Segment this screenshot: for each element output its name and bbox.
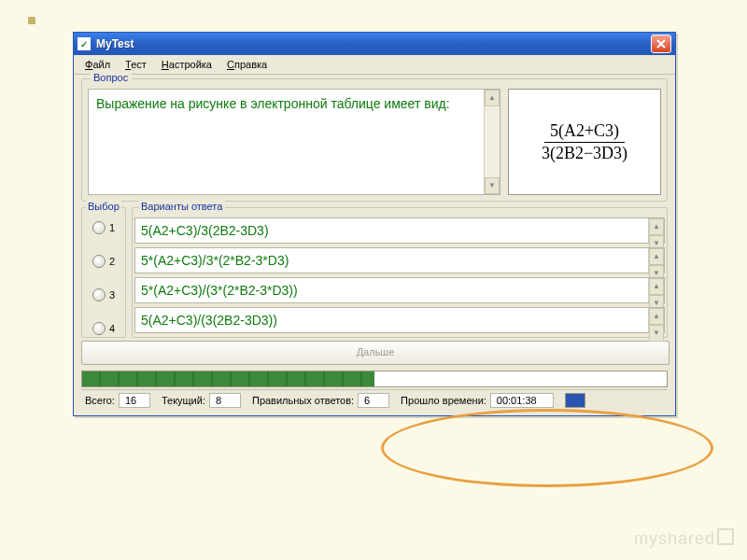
status-total-label: Всего:	[81, 393, 119, 408]
question-image: 5(A2+C3) 3(2B2−3D3)	[508, 89, 661, 195]
question-scrollbar[interactable]: ▲ ▼	[484, 90, 500, 194]
answer-option-4[interactable]: 5(A2+C3)/(3(2B2-3D3)) ▲▼	[134, 307, 665, 333]
answer-option-1[interactable]: 5(A2+C3)/3(2B2-3D3) ▲▼	[134, 217, 665, 244]
watermark: myshared	[634, 527, 734, 549]
answers-group: Варианты ответа 5(A2+C3)/3(2B2-3D3) ▲▼ 5…	[132, 207, 668, 338]
status-elapsed-label: Прошло времени:	[397, 393, 490, 408]
formula-numerator: 5(A2+C3)	[544, 121, 625, 143]
progress-fill	[82, 371, 374, 386]
menu-settings[interactable]: Настройка	[156, 57, 218, 72]
app-window: ✓ MyTest Файл Тест Настройка Справка Воп…	[73, 32, 676, 416]
status-endcap	[565, 393, 585, 408]
radio-row-4[interactable]: 4	[92, 322, 115, 335]
radio-label-1: 1	[109, 222, 115, 233]
radio-1[interactable]	[92, 221, 106, 234]
radio-2[interactable]	[92, 255, 106, 268]
status-bar: Всего: 16 Текущий: 8 Правильных ответов:…	[81, 389, 668, 408]
status-current-label: Текущий:	[158, 393, 209, 408]
answer-text-2: 5*(A2+C3)/3*(2*B2-3*D3)	[141, 253, 289, 268]
radio-row-3[interactable]: 3	[92, 288, 115, 301]
radio-label-3: 3	[109, 289, 115, 301]
question-text-area[interactable]: Выражение на рисунке в электронной табли…	[88, 89, 500, 195]
question-group: Вопрос Выражение на рисунке в электронно…	[81, 78, 668, 202]
close-icon	[656, 39, 666, 49]
next-button[interactable]: Дальше	[81, 341, 669, 365]
status-correct-value: 6	[358, 393, 389, 408]
answer-scrollbar-1[interactable]: ▲▼	[648, 218, 664, 243]
window-title: MyTest	[96, 37, 651, 50]
radio-row-2[interactable]: 2	[92, 255, 115, 268]
titlebar[interactable]: ✓ MyTest	[74, 33, 675, 55]
app-icon: ✓	[78, 37, 91, 50]
question-text: Выражение на рисунке в электронной табли…	[96, 96, 450, 111]
answer-text-4: 5(A2+C3)/(3(2B2-3D3))	[141, 313, 277, 328]
radio-3[interactable]	[92, 288, 106, 301]
answers-legend: Варианты ответа	[138, 201, 225, 212]
status-elapsed-value: 00:01:38	[490, 393, 554, 408]
slide-corner-marker	[28, 17, 35, 24]
menu-help[interactable]: Справка	[221, 57, 273, 72]
scroll-up-icon[interactable]: ▲	[485, 90, 500, 106]
answer-scrollbar-3[interactable]: ▲▼	[648, 278, 664, 302]
progress-bar	[81, 371, 668, 387]
answer-text-3: 5*(A2+C3)/(3*(2*B2-3*D3))	[141, 283, 298, 298]
menu-file[interactable]: Файл	[79, 57, 116, 72]
answer-scrollbar-4[interactable]: ▲▼	[648, 308, 664, 332]
annotation-ellipse	[381, 409, 713, 487]
menu-test[interactable]: Тест	[120, 57, 152, 72]
menubar: Файл Тест Настройка Справка	[74, 55, 675, 75]
radio-label-4: 4	[109, 323, 115, 334]
question-legend: Вопрос	[90, 72, 132, 83]
choice-legend: Выбор	[86, 201, 121, 212]
answer-scrollbar-2[interactable]: ▲▼	[648, 248, 664, 273]
radio-row-1[interactable]: 1	[92, 221, 115, 234]
answer-option-2[interactable]: 5*(A2+C3)/3*(2*B2-3*D3) ▲▼	[134, 247, 665, 273]
close-button[interactable]	[651, 35, 671, 53]
choice-group: Выбор 1 2 3 4	[81, 207, 126, 338]
status-current-value: 8	[209, 393, 241, 408]
answer-option-3[interactable]: 5*(A2+C3)/(3*(2*B2-3*D3)) ▲▼	[134, 277, 665, 303]
client-area: Вопрос Выражение на рисунке в электронно…	[74, 75, 675, 415]
radio-4[interactable]	[92, 322, 106, 335]
status-correct-label: Правильных ответов:	[248, 393, 358, 408]
answer-text-1: 5(A2+C3)/3(2B2-3D3)	[141, 223, 269, 238]
status-total-value: 16	[119, 393, 150, 408]
radio-label-2: 2	[109, 256, 115, 267]
formula-denominator: 3(2B2−3D3)	[542, 143, 627, 163]
scroll-down-icon[interactable]: ▼	[485, 177, 500, 194]
